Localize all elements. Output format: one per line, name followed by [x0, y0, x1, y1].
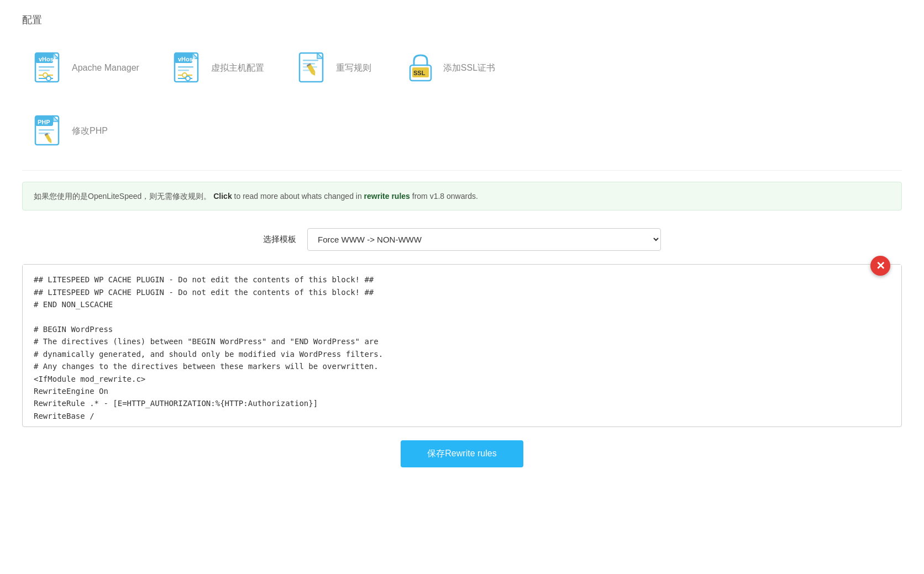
banner-click-link[interactable]: Click	[213, 192, 232, 201]
svg-rect-38	[39, 133, 50, 134]
editor-textarea[interactable]: ## LITESPEED WP CACHE PLUGIN - Do not ed…	[23, 265, 901, 425]
vhost-icon-apache: vHost	[33, 51, 65, 85]
template-label: 选择模板	[263, 234, 296, 245]
template-select[interactable]: Force WWW -> NON-WWW Force NON-WWW -> WW…	[307, 228, 661, 251]
vhost-icon-vhost: vHost	[172, 51, 204, 85]
nav-item-apache-manager[interactable]: vHost Apache Manager	[22, 42, 161, 94]
svg-point-9	[46, 76, 51, 81]
save-btn-container: 保存Rewrite rules	[22, 440, 902, 467]
nav-item-ssl-label: 添加SSL证书	[443, 62, 495, 74]
nav-row-first: vHost Apache Manager	[22, 42, 902, 94]
page-container: 配置 vHost	[0, 0, 924, 574]
svg-rect-14	[178, 66, 193, 68]
nav-item-rewrite-label: 重写规则	[336, 62, 371, 74]
info-banner: 如果您使用的是OpenLiteSpeed，则无需修改规则。 Click to r…	[22, 182, 902, 210]
banner-text-after: from v1.8 onwards.	[412, 192, 478, 201]
nav-item-php-label: 修改PHP	[72, 125, 108, 137]
banner-rewrite-text: rewrite rules	[364, 192, 410, 201]
svg-rect-15	[178, 70, 189, 71]
nav-item-vhost-config[interactable]: vHost 虚拟主机配置	[161, 42, 286, 94]
svg-rect-5	[39, 70, 50, 71]
ssl-icon: SSL	[405, 51, 437, 85]
svg-point-19	[186, 76, 190, 81]
svg-text:vHost: vHost	[39, 56, 56, 62]
svg-text:vHost: vHost	[178, 56, 195, 62]
nav-item-rewrite-rules[interactable]: 重写规则	[286, 42, 393, 94]
nav-item-apache-manager-label: Apache Manager	[72, 63, 139, 73]
save-button[interactable]: 保存Rewrite rules	[401, 440, 523, 467]
nav-row-second: PHP 修改PHP	[22, 105, 902, 157]
svg-rect-37	[39, 129, 54, 131]
nav-item-vhost-config-label: 虚拟主机配置	[211, 62, 264, 74]
page-title: 配置	[22, 13, 902, 27]
php-icon: PHP	[33, 114, 65, 148]
editor-container: ✕ ## LITESPEED WP CACHE PLUGIN - Do not …	[22, 264, 902, 427]
template-section: 选择模板 Force WWW -> NON-WWW Force NON-WWW …	[22, 228, 902, 251]
banner-text-middle: to read more about whats changed in	[234, 192, 364, 201]
svg-text:SSL: SSL	[413, 70, 426, 76]
nav-item-modify-php[interactable]: PHP 修改PHP	[22, 105, 130, 157]
divider	[22, 170, 902, 171]
close-icon: ✕	[876, 259, 885, 272]
banner-text-before: 如果您使用的是OpenLiteSpeed，则无需修改规则。	[34, 192, 211, 201]
svg-rect-4	[39, 66, 54, 68]
rewrite-icon	[297, 51, 329, 85]
svg-rect-22	[303, 60, 318, 61]
svg-text:PHP: PHP	[38, 119, 50, 125]
nav-item-ssl[interactable]: SSL 添加SSL证书	[393, 42, 517, 94]
